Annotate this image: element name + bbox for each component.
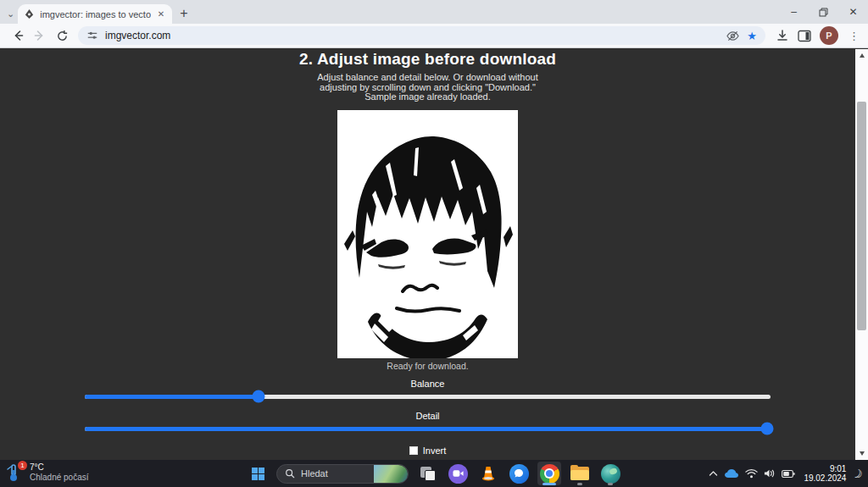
page-scrollbar[interactable] — [855, 49, 868, 460]
preview-eye-off-icon[interactable] — [726, 30, 740, 42]
globe-app-running-indicator — [608, 483, 613, 485]
page-content: 2. Adjust image before download Adjust b… — [0, 49, 868, 460]
restore-icon — [819, 8, 828, 17]
reload-icon — [56, 30, 69, 42]
scrollbar-up-button[interactable] — [855, 49, 868, 62]
globe-app-button[interactable] — [598, 462, 622, 485]
subtext-line: Adjust balance and detail below. Or down… — [0, 73, 855, 83]
tab-favicon-vector-icon — [24, 8, 35, 19]
weather-widget[interactable]: 1 7°C Chladné počasí — [7, 462, 89, 483]
browser-toolbar: imgvector.com ★ P ⋮ — [0, 24, 868, 48]
vlc-button[interactable] — [476, 462, 500, 485]
detail-slider-label: Detail — [0, 411, 855, 421]
do-not-disturb-moon-icon[interactable]: ☽ — [850, 465, 865, 482]
clock-date: 19.02.2024 — [804, 473, 846, 483]
folder-icon — [570, 467, 589, 481]
tab-search-chevron-icon[interactable]: ⌄ — [7, 8, 14, 19]
file-explorer-running-indicator — [577, 483, 582, 485]
portrait-svg — [337, 110, 518, 358]
onedrive-cloud-icon[interactable] — [724, 468, 739, 479]
weather-texts: 7°C Chladné počasí — [30, 462, 89, 483]
site-settings-tune-icon[interactable] — [86, 30, 98, 42]
window-controls: – ✕ — [779, 0, 868, 24]
ready-status-text: Ready for download. — [0, 361, 855, 371]
reload-button[interactable] — [51, 25, 73, 47]
notification-badge: 1 — [18, 461, 27, 470]
chat-bubble-icon — [509, 464, 529, 484]
subtext-line: Sample image already loaded. — [0, 92, 855, 102]
address-bar[interactable]: imgvector.com ★ — [78, 26, 765, 45]
taskbar-clock[interactable]: 9:01 19.02.2024 — [804, 464, 846, 483]
forward-arrow-icon — [33, 29, 47, 42]
tray-chevron-up-icon[interactable] — [709, 470, 718, 477]
taskbar: 1 7°C Chladné počasí Hledat — [0, 460, 868, 487]
detail-slider-thumb[interactable] — [760, 422, 773, 434]
task-view-button[interactable] — [415, 462, 439, 485]
search-placeholder-text: Hledat — [301, 468, 328, 479]
scroll-down-arrow-icon — [860, 451, 865, 456]
invert-checkbox[interactable] — [409, 446, 418, 455]
window-minimize-button[interactable]: – — [779, 0, 809, 24]
tab-title: imgvector: images to vector gr — [40, 9, 151, 19]
invert-row: Invert — [0, 445, 855, 456]
window-close-button[interactable]: ✕ — [838, 0, 868, 24]
detail-slider[interactable] — [85, 422, 771, 435]
balance-slider-thumb[interactable] — [252, 390, 264, 402]
url-text[interactable]: imgvector.com — [105, 30, 719, 42]
taskbar-center: Hledat — [246, 460, 622, 487]
chrome-icon — [540, 464, 559, 484]
search-icon — [285, 468, 295, 479]
invert-label: Invert — [423, 445, 447, 456]
screen: ⌄ imgvector: images to vector gr ✕ + – ✕ — [0, 0, 868, 487]
tab-strip: ⌄ imgvector: images to vector gr ✕ + – ✕ — [0, 0, 868, 24]
new-tab-button[interactable]: + — [180, 7, 187, 20]
toolbar-right-icons: P ⋮ — [771, 26, 861, 45]
start-button[interactable] — [246, 462, 270, 485]
detail-slider-fill — [85, 427, 767, 431]
balance-slider-label: Balance — [0, 379, 855, 389]
weather-condition: Chladné počasí — [30, 473, 89, 483]
profile-avatar[interactable]: P — [820, 26, 838, 45]
wifi-icon[interactable] — [745, 468, 758, 479]
weather-temperature: 7°C — [30, 462, 89, 473]
file-explorer-button[interactable] — [568, 462, 592, 485]
page-subtext: Adjust balance and detail below. Or down… — [0, 73, 855, 102]
page-title: 2. Adjust image before download — [0, 50, 855, 69]
window-restore-button[interactable] — [809, 0, 838, 24]
back-arrow-icon — [11, 29, 25, 42]
downloads-icon[interactable] — [776, 29, 789, 42]
scrollbar-down-button[interactable] — [855, 447, 868, 460]
search-highlight-image[interactable] — [374, 465, 408, 484]
balance-slider-fill — [85, 395, 259, 399]
system-tray: 9:01 19.02.2024 ☽ — [709, 460, 863, 487]
tab-close-icon[interactable]: ✕ — [156, 9, 166, 19]
chrome-button[interactable] — [537, 462, 561, 485]
clock-time: 9:01 — [804, 464, 846, 473]
side-panel-icon[interactable] — [798, 30, 811, 42]
chrome-active-indicator — [542, 483, 556, 485]
bookmark-star-icon[interactable]: ★ — [747, 30, 757, 42]
taskbar-search-box[interactable]: Hledat — [276, 464, 409, 484]
browser-menu-kebab-icon[interactable]: ⋮ — [847, 30, 861, 42]
video-camera-icon — [448, 464, 468, 484]
battery-icon[interactable] — [782, 469, 795, 479]
globe-icon — [601, 464, 620, 484]
scrollbar-thumb[interactable] — [857, 102, 866, 330]
video-app-button[interactable] — [446, 462, 470, 485]
weather-icon-wrap: 1 — [7, 462, 24, 483]
scroll-up-arrow-icon — [860, 53, 865, 58]
browser-tab[interactable]: imgvector: images to vector gr ✕ — [18, 4, 172, 24]
windows-logo-icon — [252, 468, 264, 480]
forward-button[interactable] — [29, 25, 51, 47]
back-button[interactable] — [7, 25, 29, 47]
vlc-cone-icon — [480, 465, 497, 482]
chat-app-button[interactable] — [507, 462, 531, 485]
vectorized-portrait-image — [337, 110, 518, 358]
volume-icon[interactable] — [764, 468, 776, 479]
task-view-icon — [418, 464, 437, 484]
balance-slider[interactable] — [85, 390, 771, 403]
